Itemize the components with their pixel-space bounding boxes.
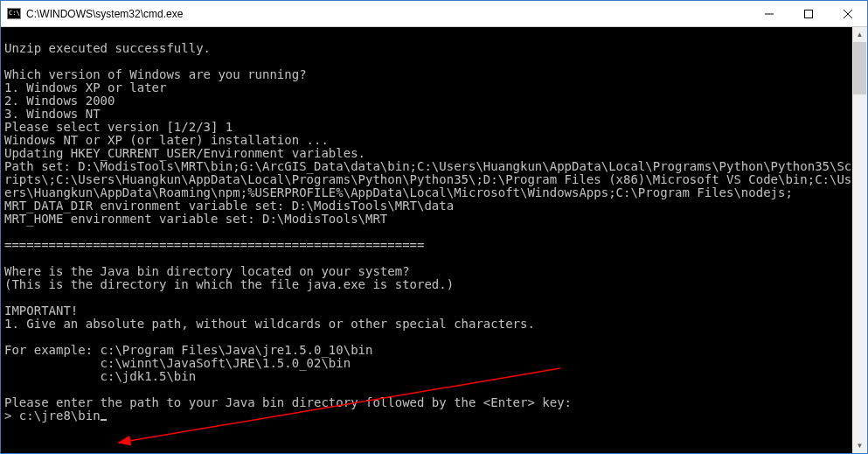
svg-rect-1 <box>804 10 812 17</box>
maximize-button[interactable] <box>788 1 828 26</box>
scroll-up-arrow[interactable]: ▲ <box>852 27 867 42</box>
window-title: C:\WINDOWS\system32\cmd.exe <box>26 8 749 20</box>
maximize-icon <box>804 10 813 18</box>
client-area: Unzip executed successfully. Which versi… <box>1 27 867 453</box>
cmd-window: C:\WINDOWS\system32\cmd.exe Unzip execut… <box>0 0 868 454</box>
minimize-button[interactable] <box>749 1 788 26</box>
scroll-down-arrow[interactable]: ▼ <box>852 438 867 453</box>
vertical-scrollbar[interactable]: ▲ ▼ <box>852 27 867 453</box>
window-controls <box>749 1 867 26</box>
titlebar[interactable]: C:\WINDOWS\system32\cmd.exe <box>1 1 867 27</box>
cmd-icon <box>7 8 21 19</box>
minimize-icon <box>765 10 774 18</box>
scroll-thumb[interactable] <box>853 42 866 94</box>
close-button[interactable] <box>828 1 867 26</box>
terminal-output[interactable]: Unzip executed successfully. Which versi… <box>1 27 852 453</box>
close-icon <box>844 10 852 18</box>
